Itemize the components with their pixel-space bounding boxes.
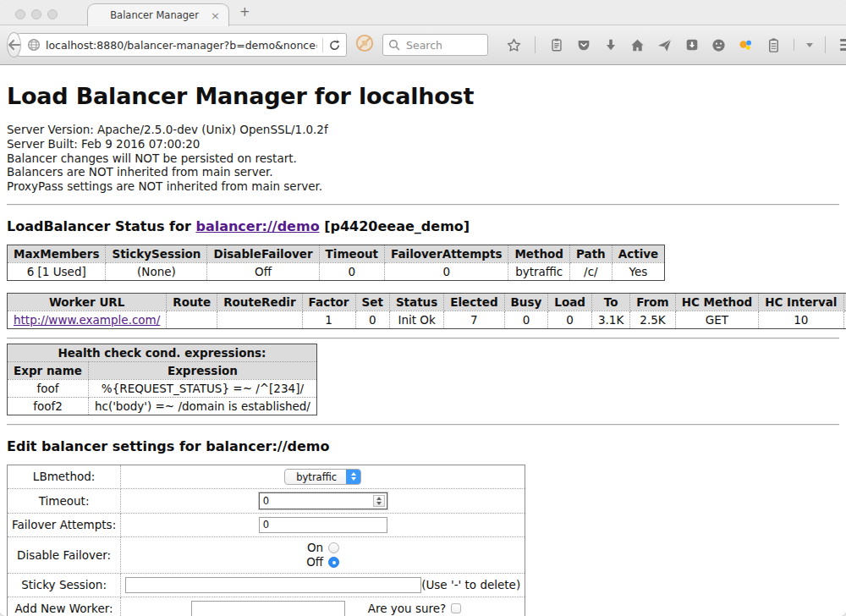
timeout-cell [121,488,525,513]
tab-close-icon[interactable]: × [209,10,222,21]
disable-failover-on-radio[interactable] [328,542,339,553]
status-heading: LoadBalancer Status for balancer://demo … [7,218,839,234]
smiley-icon[interactable] [710,36,728,54]
back-icon [8,40,20,50]
are-you-sure-checkbox[interactable] [451,603,461,613]
lbmethod-select[interactable]: bytraffic [284,469,361,485]
divider [7,204,839,206]
table-header-cell: Expression [88,361,316,379]
table-header-cell: FailoverAttempts [385,245,508,262]
window-zoom-button[interactable] [47,9,58,19]
menu-icon[interactable] [838,36,846,54]
balancer-demo-link[interactable]: balancer://demo [195,218,319,234]
table-cell: Off [207,262,319,280]
table-header-cell: HC Interval [759,293,843,311]
table-cell: /c/ [570,262,613,280]
clipboard-icon[interactable] [547,36,565,54]
battery-icon[interactable] [764,36,782,54]
table-row: foof2 hc('body') =~ /domain is establish… [8,397,317,415]
timeout-label: Timeout: [8,488,121,513]
url-text[interactable]: localhost:8880/balancer-manager?b=demo&n… [46,39,317,52]
worker-url-link[interactable]: http://www.example.com/ [14,313,160,327]
number-spinner-icon[interactable] [373,495,385,507]
add-worker-input[interactable] [191,601,345,616]
home-icon[interactable] [629,36,646,54]
table-header-cell: RouteRedir [217,293,302,311]
form-row-sticky: Sticky Session: (Use '-' to delete) [8,573,525,597]
failover-attempts-input[interactable] [259,517,387,533]
window-close-button[interactable] [15,9,25,19]
failover-attempts-label: Failover Attempts: [8,513,121,536]
lbmethod-selected-value: bytraffic [285,470,346,484]
table-cell [167,311,217,328]
new-tab-button[interactable]: + [239,6,250,19]
reload-icon[interactable] [328,39,341,52]
address-bar[interactable]: localhost:8880/balancer-manager?b=demo&n… [8,33,347,57]
back-button[interactable] [7,32,21,58]
table-cell: 10 [759,311,843,328]
blocked-content-icon[interactable] [355,34,374,56]
table-header-cell: Expr name [8,361,89,379]
table-header-cell: Busy [504,293,548,311]
expr-cell: hc('body') =~ /domain is established/ [88,397,316,415]
table-header-cell: Elected [444,293,504,311]
sticky-session-input[interactable] [125,577,421,593]
form-row-lbmethod: LBmethod: bytraffic [8,465,525,488]
download-icon[interactable] [602,36,619,54]
table-header-row: Health check cond. expressions: [8,344,317,361]
dropdown-caret-icon[interactable] [806,43,813,47]
timeout-input-wrap [259,492,387,509]
status-heading-prefix: LoadBalancer Status for [7,218,195,234]
table-header-cell: HC Method [675,293,759,311]
inherit-note-line: Balancers are NOT inherited from main se… [7,165,839,179]
balancer-status-table: MaxMembers StickySession DisableFailover… [7,245,665,281]
toolbar-icons [505,36,846,54]
search-input[interactable] [404,38,482,52]
toolbar-separator [825,36,826,53]
table-header-cell: To [591,293,629,311]
lbmethod-label: LBmethod: [8,465,121,488]
table-row: foof %{REQUEST_STATUS} =~ /^[234]/ [8,379,317,397]
table-header-cell: DisableFailover [207,245,319,262]
table-header-row: Worker URL Route RouteRedir Factor Set S… [8,293,846,311]
colored-dots-icon[interactable] [737,36,755,54]
table-header-cell: Status [389,293,443,311]
timeout-input[interactable] [260,493,371,509]
select-stepper-icon[interactable] [346,470,360,484]
disable-failover-off-radio[interactable] [328,557,339,568]
search-bar[interactable] [382,34,488,56]
search-icon [388,39,400,51]
failover-cell [121,513,525,536]
expr-cell: %{REQUEST_STATUS} =~ /^[234]/ [88,379,316,397]
table-cell: 0 [548,311,592,328]
square-download-icon[interactable] [683,36,700,54]
sticky-session-hint: (Use '-' to delete) [421,578,520,591]
page-content: Load Balancer Manager for localhost Serv… [0,83,846,616]
window-minimize-button[interactable] [31,9,41,19]
health-check-table: Health check cond. expressions: Expr nam… [7,344,317,415]
window-controls [15,9,58,19]
table-cell: 0 [319,262,384,280]
radio-off-label: Off [306,555,323,569]
table-cell: (None) [106,262,207,280]
expr-name-cell: foof2 [8,397,89,415]
urlbar-separator [322,38,323,52]
tab-title: Balancer Manager [100,9,209,21]
sticky-cell: (Use '-' to delete) [121,573,525,597]
table-cell: 3.1K [591,311,629,328]
tab-balancer-manager[interactable]: Balancer Manager × [87,3,229,26]
pocket-icon[interactable] [574,36,592,54]
table-header-cell: Path [570,245,613,262]
send-icon[interactable] [656,36,673,54]
table-header-cell: MaxMembers [8,245,106,262]
form-row-add-worker: Add New Worker: Are you sure? [8,597,525,616]
add-worker-cell: Are you sure? [121,597,525,616]
edit-settings-heading: Edit balancer settings for balancer://de… [7,438,839,454]
worker-status-table: Worker URL Route RouteRedir Factor Set S… [7,293,846,329]
table-header-cell: Route [167,293,217,311]
table-cell: 0 [355,311,389,328]
sticky-session-label: Sticky Session: [8,573,121,597]
bookmark-star-icon[interactable] [505,36,523,54]
globe-icon [27,38,41,52]
are-you-sure-label: Are you sure? [368,602,447,615]
